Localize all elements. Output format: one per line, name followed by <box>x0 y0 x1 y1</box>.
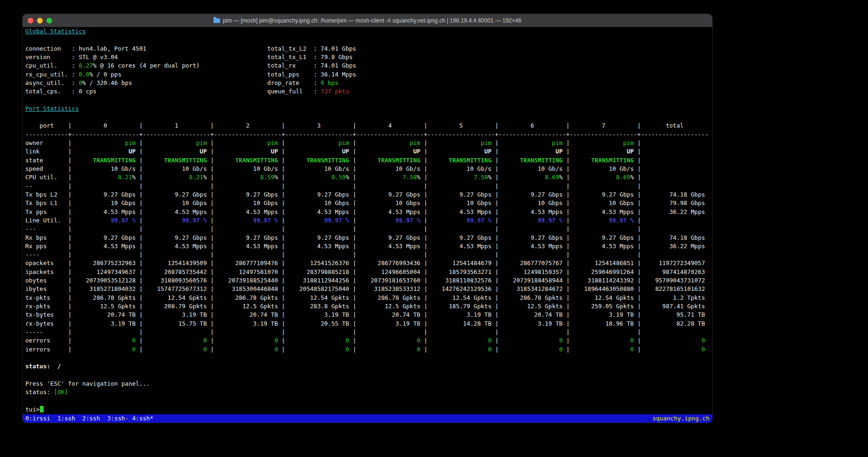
terminal-screen[interactable]: Global Statisticsconnection : hvn4.lab, … <box>23 27 712 414</box>
table-row-speed: speed | 10 Gb/s | 10 Gb/s | 10 Gb/s | 10… <box>25 165 709 173</box>
close-button[interactable] <box>28 18 33 23</box>
table-row-obytes: obytes | 20739053512128 | 3188093560576 … <box>25 276 709 285</box>
blank-line <box>25 36 709 44</box>
global-stat-row-asyncutil: async_util. : 0% / 320.46 bps drop_rate … <box>25 79 709 87</box>
table-divider-row: ----- | | | | | | | | | <box>25 328 709 336</box>
prompt-line[interactable]: tui> <box>25 405 709 414</box>
table-divider-row: -- | | | | | | | | | <box>25 182 709 190</box>
minimize-button[interactable] <box>37 18 43 23</box>
esc-hint-line: Press 'ESC' for navigation panel... <box>25 380 709 388</box>
table-row-tx-bytes: tx-bytes | 20.74 TB | 3.19 TB | 20.74 TB… <box>25 311 709 319</box>
global-stat-row-totalcps: total_cps. : 0 cps queue_full : 737 pkts <box>25 87 709 96</box>
table-row-tx-pps: Tx pps | 4.53 Mpps | 4.53 Mpps | 4.53 Mp… <box>25 208 709 216</box>
global-stat-row-rxcpuutil: rx_cpu_util. : 0.0% / 0 pps total_pps : … <box>25 70 709 79</box>
folder-icon <box>213 18 220 23</box>
window-controls <box>28 18 52 23</box>
window-title-group: pim — [mosh] pim@squanchy.ipng.ch: /home… <box>213 17 521 24</box>
zoom-button[interactable] <box>46 18 52 23</box>
table-row-cpu-util-: CPU util. | 8.21% | 8.21% | 8.59% | 8.59… <box>25 173 709 182</box>
table-row-link: link | UP | UP | UP | UP | UP | UP | UP … <box>25 147 709 156</box>
global-stat-row-cpuutil: cpu_util. : 8.27% @ 16 cores (4 per dual… <box>25 61 709 70</box>
port-stats-heading: Port Statistics <box>25 105 709 113</box>
table-row-rx-bps: Rx bps | 9.27 Gbps | 9.27 Gbps | 9.27 Gb… <box>25 234 709 242</box>
table-row-state: state | TRANSMITTING | TRANSMITTING | TR… <box>25 156 709 165</box>
blank-line <box>25 96 709 105</box>
blank-line <box>25 113 709 122</box>
table-divider-row: ---- | | | | | | | | | <box>25 251 709 259</box>
terminal-window: pim — [mosh] pim@squanchy.ipng.ch: /home… <box>23 14 712 423</box>
tmux-window-list: 0:irssi 1:ssh 2:ssh 3:ssh- 4:ssh* <box>25 414 153 423</box>
table-row-owner: owner | pim | pim | pim | pim | pim | pi… <box>25 139 709 147</box>
table-separator-row: ------------+-------------------+-------… <box>25 130 709 139</box>
table-row-ipackets: ipackets | 12497349637 | 208785735442 | … <box>25 268 709 276</box>
blank-line <box>25 354 709 362</box>
global-stats-heading: Global Statistics <box>25 27 709 36</box>
table-row-rx-pps: Rx pps | 4.53 Mpps | 4.53 Mpps | 4.53 Mp… <box>25 242 709 251</box>
table-row-line-util-: Line Util. | 99.97 % | 99.97 % | 99.97 %… <box>25 216 709 225</box>
tmux-status-bar: 0:irssi 1:ssh 2:ssh 3:ssh- 4:ssh* squanc… <box>23 414 712 423</box>
blank-line <box>25 396 709 405</box>
table-row-ierrors: ierrors | 0 | 0 | 0 | 0 | 0 | 0 | 0 | 0 … <box>25 345 709 354</box>
table-row-tx-pkts: tx-pkts | 286.78 Gpkts | 12.54 Gpkts | 2… <box>25 294 709 302</box>
status-spinner-line: status: / <box>25 362 709 371</box>
table-row-opackets: opackets | 286775232963 | 12541439509 | … <box>25 259 709 267</box>
table-row-ibytes: ibytes | 3185271804032 | 15747725677312 … <box>25 285 709 293</box>
blank-line <box>25 371 709 380</box>
table-row-rx-pkts: rx-pkts | 12.5 Gpkts | 208.79 Gpkts | 12… <box>25 302 709 311</box>
table-row-tx-bps-l2: Tx bps L2 | 9.27 Gbps | 9.27 Gbps | 9.27… <box>25 190 709 199</box>
table-row-oerrors: oerrors | 0 | 0 | 0 | 0 | 0 | 0 | 0 | 0 … <box>25 336 709 345</box>
status-ok-line: status: [OK] <box>25 388 709 396</box>
table-divider-row: --- | | | | | | | | | <box>25 225 709 233</box>
tmux-hostname: squanchy.ipng.ch <box>653 414 709 423</box>
table-header-row: port | 0 | 1 | 2 | 3 | 4 | 5 | 6 | 7 | t… <box>25 122 709 130</box>
table-row-tx-bps-l1: Tx bps L1 | 10 Gbps | 10 Gbps | 10 Gbps … <box>25 199 709 207</box>
window-titlebar[interactable]: pim — [mosh] pim@squanchy.ipng.ch: /home… <box>23 14 712 27</box>
global-stat-row-connection: connection : hvn4.lab, Port 4501 total_t… <box>25 45 709 53</box>
terminal-cursor[interactable] <box>40 406 44 412</box>
window-title: pim — [mosh] pim@squanchy.ipng.ch: /home… <box>223 17 521 24</box>
table-row-rx-bytes: rx-bytes | 3.19 TB | 15.75 TB | 3.19 TB … <box>25 320 709 328</box>
desktop: pim — [mosh] pim@squanchy.ipng.ch: /home… <box>0 0 868 457</box>
global-stat-row-version: version : STL @ v3.04 total_tx_L1 : 79.8… <box>25 53 709 61</box>
